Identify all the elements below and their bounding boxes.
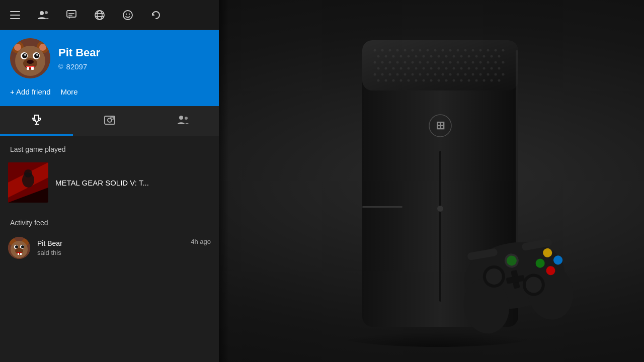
profile-name: Pit Bear xyxy=(58,46,100,59)
svg-point-173 xyxy=(24,169,32,177)
svg-point-37 xyxy=(498,55,501,58)
svg-point-30 xyxy=(445,55,448,58)
tab-achievements[interactable] xyxy=(0,106,73,136)
svg-point-14 xyxy=(457,49,459,52)
svg-point-63 xyxy=(430,67,433,70)
svg-point-56 xyxy=(377,67,380,70)
svg-point-70 xyxy=(483,67,486,70)
chat-icon[interactable] xyxy=(62,6,80,24)
tab-friends[interactable] xyxy=(146,106,219,136)
svg-point-15 xyxy=(464,49,467,52)
activity-item[interactable]: Pit Bear said this 4h ago xyxy=(0,232,219,264)
svg-point-58 xyxy=(392,67,395,70)
svg-point-3 xyxy=(374,49,376,52)
game-item[interactable]: METAL GEAR SOLID V: T... xyxy=(0,158,219,207)
svg-point-102 xyxy=(460,79,463,82)
svg-point-73 xyxy=(374,73,376,76)
svg-point-35 xyxy=(483,55,486,58)
svg-point-38 xyxy=(374,61,376,64)
svg-point-55 xyxy=(502,61,505,64)
svg-point-66 xyxy=(453,67,455,70)
svg-point-87 xyxy=(479,73,482,76)
svg-point-101 xyxy=(453,79,455,82)
svg-point-31 xyxy=(453,55,455,58)
svg-point-28 xyxy=(430,55,433,58)
svg-point-61 xyxy=(415,67,418,70)
svg-rect-138 xyxy=(68,15,72,16)
profile-info: Pit Bear © 82097 xyxy=(58,46,100,71)
svg-point-25 xyxy=(408,55,410,58)
svg-point-67 xyxy=(460,67,463,70)
svg-point-34 xyxy=(475,55,478,58)
refresh-icon[interactable] xyxy=(147,6,165,24)
svg-point-98 xyxy=(430,79,433,82)
svg-point-53 xyxy=(487,61,490,64)
svg-point-16 xyxy=(472,49,474,52)
svg-point-24 xyxy=(400,55,403,58)
svg-point-33 xyxy=(468,55,470,58)
svg-point-78 xyxy=(412,73,414,76)
svg-point-6 xyxy=(396,49,399,52)
svg-point-60 xyxy=(408,67,410,70)
svg-point-21 xyxy=(377,55,380,58)
people-icon[interactable] xyxy=(34,6,52,24)
content-area: Last game played METAL GEAR SOLID V: T..… xyxy=(0,136,219,362)
svg-rect-137 xyxy=(68,13,74,14)
more-button[interactable]: More xyxy=(60,85,77,98)
svg-point-82 xyxy=(442,73,444,76)
svg-point-49 xyxy=(457,61,459,64)
svg-point-59 xyxy=(400,67,403,70)
add-friend-button[interactable]: + Add friend xyxy=(10,85,50,98)
xbox-console-image: ⊞ xyxy=(302,10,604,352)
svg-rect-132 xyxy=(10,15,20,16)
nav-bar xyxy=(0,0,219,30)
menu-icon[interactable] xyxy=(6,6,24,24)
svg-rect-161 xyxy=(31,67,34,70)
svg-point-89 xyxy=(495,73,497,76)
emoji-icon[interactable] xyxy=(119,6,137,24)
globe-icon[interactable] xyxy=(91,6,109,24)
svg-rect-183 xyxy=(18,253,19,255)
svg-point-77 xyxy=(404,73,407,76)
svg-point-57 xyxy=(385,67,387,70)
svg-point-76 xyxy=(396,73,399,76)
svg-point-19 xyxy=(495,49,497,52)
activity-info: Pit Bear said this xyxy=(37,239,184,256)
svg-point-23 xyxy=(392,55,395,58)
svg-point-97 xyxy=(423,79,425,82)
svg-point-50 xyxy=(464,61,467,64)
svg-point-41 xyxy=(396,61,399,64)
svg-rect-133 xyxy=(10,18,20,19)
svg-rect-184 xyxy=(20,253,22,255)
svg-point-80 xyxy=(427,73,429,76)
svg-point-13 xyxy=(449,49,452,52)
profile-header: Pit Bear © 82097 + Add friend More xyxy=(0,30,219,106)
svg-rect-2 xyxy=(362,40,518,90)
svg-point-103 xyxy=(468,79,470,82)
svg-point-68 xyxy=(468,67,470,70)
svg-point-5 xyxy=(389,49,391,52)
svg-rect-160 xyxy=(27,67,29,70)
left-panel: Pit Bear © 82097 + Add friend More xyxy=(0,0,219,362)
svg-point-71 xyxy=(491,67,493,70)
game-name: METAL GEAR SOLID V: T... xyxy=(55,178,149,187)
gamertag-value: 82097 xyxy=(66,62,88,71)
svg-point-105 xyxy=(483,79,486,82)
profile-tabs xyxy=(0,106,219,136)
svg-point-92 xyxy=(385,79,387,82)
tab-screenshots[interactable] xyxy=(73,106,146,136)
svg-point-143 xyxy=(123,11,132,20)
svg-point-20 xyxy=(502,49,505,52)
svg-point-75 xyxy=(389,73,391,76)
svg-point-8 xyxy=(412,49,414,52)
gamertag-row: © 82097 xyxy=(58,62,100,71)
svg-point-9 xyxy=(419,49,422,52)
svg-point-29 xyxy=(438,55,440,58)
svg-point-100 xyxy=(445,79,448,82)
game-thumbnail xyxy=(8,162,48,203)
svg-point-26 xyxy=(415,55,418,58)
svg-point-90 xyxy=(502,73,505,76)
svg-point-72 xyxy=(498,67,501,70)
svg-point-144 xyxy=(126,13,127,14)
svg-point-168 xyxy=(185,117,188,120)
